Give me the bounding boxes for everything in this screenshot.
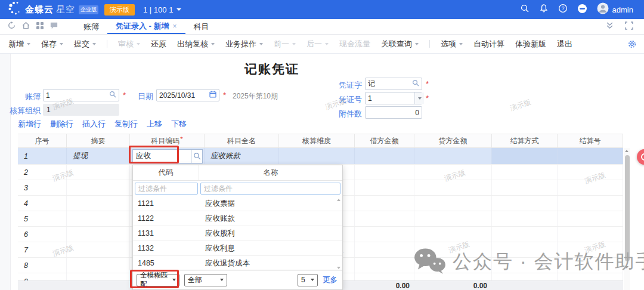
grid-cell[interactable] [492, 211, 558, 226]
grid-cell[interactable] [67, 211, 130, 226]
grid-cell[interactable] [67, 180, 130, 195]
col-settle-no[interactable]: 结算号 [558, 134, 623, 147]
toolbar-new-button[interactable]: 新增 [8, 39, 30, 50]
notifications-bell-icon[interactable] [539, 4, 549, 16]
tab-voucher-entry-new[interactable]: 凭证录入 - 新增 × [107, 19, 185, 34]
col-summary[interactable]: 摘要 [67, 134, 130, 147]
grid-cell[interactable] [492, 165, 558, 180]
scrollbar-thumb[interactable] [625, 155, 630, 261]
grid-cell[interactable] [558, 227, 623, 242]
grid-cell[interactable] [355, 211, 414, 226]
search-icon[interactable] [520, 4, 530, 16]
fullscreen-icon[interactable] [625, 21, 633, 32]
toolbar-save-button[interactable]: 保存 [41, 39, 63, 50]
list-item[interactable]: 1122应收账款 [133, 211, 342, 226]
help-icon[interactable]: ? [558, 4, 568, 16]
tab-accounts[interactable]: 科目 [185, 19, 218, 34]
grid-cell[interactable] [355, 180, 414, 195]
date-input[interactable] [159, 91, 209, 100]
list-item[interactable]: 1132应收利息 [133, 241, 342, 256]
grid-cell[interactable] [67, 165, 130, 180]
close-icon[interactable]: × [173, 22, 177, 30]
more-link[interactable]: 更多 [323, 275, 338, 285]
calendar-icon[interactable] [209, 91, 216, 100]
account-code-input[interactable] [132, 149, 191, 163]
move-up-link[interactable]: 上移 [147, 119, 162, 129]
book-input[interactable] [46, 91, 109, 100]
grid-cell[interactable] [414, 148, 492, 164]
floating-helper-button[interactable] [637, 149, 644, 165]
grid-cell[interactable] [414, 227, 492, 242]
insert-row-link[interactable]: 插入行 [82, 119, 106, 129]
grid-cell[interactable] [414, 196, 492, 211]
grid-cell[interactable] [492, 180, 558, 195]
grid-cell[interactable] [355, 148, 414, 164]
grid-cell[interactable] [558, 165, 623, 180]
grid-cell[interactable] [414, 258, 492, 273]
grid-cell[interactable] [67, 258, 130, 273]
grid-cell[interactable] [492, 242, 558, 257]
grid-cell[interactable] [558, 180, 623, 195]
scope-select[interactable]: 全部 [184, 274, 227, 286]
col-settle-method[interactable]: 结算方式 [492, 134, 558, 147]
grid-cell[interactable] [355, 242, 414, 257]
home-icon[interactable] [21, 21, 30, 32]
collapse-double-chevron-icon[interactable] [605, 21, 614, 32]
org-book-selector[interactable]: 1 | 100 1 [143, 5, 181, 14]
code-filter-input[interactable] [135, 183, 198, 195]
grid-cell[interactable] [414, 165, 492, 180]
voucher-word-field[interactable] [365, 78, 422, 90]
grid-cell[interactable] [558, 258, 623, 273]
toolbar-exit-button[interactable]: 退出 [557, 39, 572, 50]
do-not-disturb-icon[interactable] [577, 4, 587, 16]
grid-cell[interactable] [492, 258, 558, 273]
col-debit[interactable]: 借方金额 [355, 134, 414, 147]
vertical-scrollbar[interactable] [624, 148, 630, 290]
col-account-code[interactable]: 科目编码* [130, 134, 205, 147]
add-row-link[interactable]: 新增行 [18, 119, 41, 129]
refresh-icon[interactable] [7, 21, 16, 32]
grid-cell[interactable] [279, 148, 355, 164]
list-item[interactable]: 1485应收退货成本 [133, 256, 342, 271]
name-filter-input[interactable] [200, 183, 340, 195]
row-summary[interactable]: 提现 [67, 148, 130, 164]
voucher-no-field[interactable] [365, 92, 422, 104]
lookup-magnifier-icon[interactable] [109, 91, 116, 100]
book-field[interactable] [43, 89, 119, 101]
toolbar-try-new-version-button[interactable]: 体验新版 [515, 39, 546, 50]
grid-cell[interactable] [492, 196, 558, 211]
grid-cell[interactable] [414, 242, 492, 257]
toolbar-business-ops-button[interactable]: 业务操作 [225, 39, 263, 50]
grid-cell[interactable] [67, 196, 130, 211]
grid-cell[interactable] [67, 242, 130, 257]
scroll-up-icon[interactable] [337, 199, 340, 201]
grid-cell[interactable] [558, 196, 623, 211]
toolbar-restore-button[interactable]: 还原 [151, 39, 166, 50]
toolbar-options-button[interactable]: 选项 [441, 39, 463, 50]
delete-row-link[interactable]: 删除行 [50, 119, 73, 129]
page-size-select[interactable]: 5 [298, 274, 318, 286]
grid-cell[interactable] [355, 258, 414, 273]
match-mode-select[interactable]: 全模糊匹配 [137, 274, 179, 286]
grid-cell[interactable] [355, 196, 414, 211]
collapsed-side-panel[interactable] [0, 54, 11, 290]
scroll-down-icon[interactable] [625, 266, 628, 269]
col-credit[interactable]: 贷方金额 [414, 134, 492, 147]
col-dimension[interactable]: 核算维度 [279, 134, 355, 147]
grid-cell[interactable] [492, 148, 558, 164]
date-field[interactable] [156, 89, 219, 101]
list-item[interactable]: 1121应收票据 [133, 196, 342, 211]
scroll-up-icon[interactable] [625, 150, 628, 152]
list-item[interactable]: 1131应收股利 [133, 226, 342, 241]
copy-row-link[interactable]: 复制行 [114, 119, 138, 129]
grid-cell[interactable] [558, 148, 623, 164]
grid-cell[interactable] [558, 242, 623, 257]
grid-cell[interactable] [67, 227, 130, 242]
settings-gear-icon[interactable] [627, 39, 637, 51]
grid-cell[interactable] [414, 180, 492, 195]
toolbar-submit-button[interactable]: 提交 [74, 39, 96, 50]
scroll-down-icon[interactable] [337, 267, 340, 269]
grid-cell[interactable] [558, 211, 623, 226]
apps-grid-icon[interactable] [36, 21, 44, 32]
lookup-magnifier-icon[interactable] [191, 149, 203, 163]
